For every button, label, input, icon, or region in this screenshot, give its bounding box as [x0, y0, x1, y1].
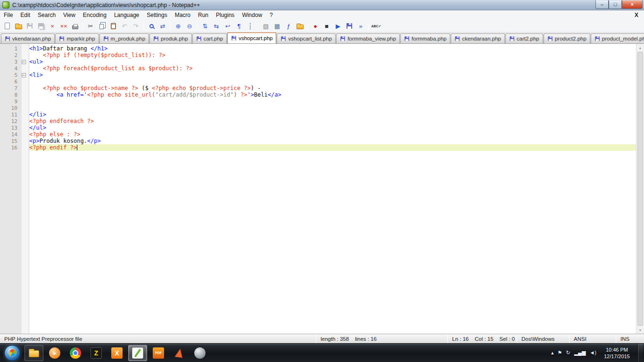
tab-ckendaraan-php[interactable]: ckendaraan.php — [451, 33, 504, 43]
tab-cart2-php[interactable]: cart2.php — [505, 33, 543, 43]
sync-vertical-button[interactable]: ⇅ — [200, 21, 210, 31]
tab-produk-php[interactable]: produk.php — [149, 33, 192, 43]
new-file-button[interactable] — [2, 21, 12, 31]
gutter-row: 1 — [0, 45, 29, 52]
close-file-button[interactable]: × — [47, 21, 58, 31]
taskbar-media-player[interactable]: ▸ — [45, 345, 64, 361]
menu-run[interactable]: Run — [194, 11, 212, 19]
save-all-button[interactable] — [36, 21, 46, 31]
clock[interactable]: 10:46 PM 12/17/2015 — [600, 346, 634, 360]
code-token: ) - — [251, 85, 261, 91]
spell-check-button[interactable]: ABC✓ — [371, 21, 381, 31]
document-map-button[interactable]: ▦ — [272, 21, 282, 31]
menu-search[interactable]: Search — [34, 11, 59, 19]
taskbar-windows-explorer[interactable] — [25, 345, 43, 361]
save-file-button[interactable] — [25, 21, 35, 31]
tab-cart-php[interactable]: cart.php — [192, 33, 227, 43]
menu-window[interactable]: Window — [238, 11, 266, 19]
fold-marker[interactable]: − — [22, 73, 26, 77]
tab-vkendaraan-php[interactable]: vkendaraan.php — [1, 33, 55, 43]
tab-product2-php[interactable]: product2.php — [544, 33, 590, 43]
folder-as-workspace-button[interactable] — [295, 21, 305, 31]
tab-formmaba-php[interactable]: formmaba.php — [400, 33, 450, 43]
taskbar-dev-tool[interactable] — [190, 345, 209, 361]
taskbar-google-chrome[interactable] — [66, 345, 85, 361]
xampp-control-icon: X — [111, 347, 123, 359]
menu-settings[interactable]: Settings — [143, 11, 171, 19]
stop-macro-button[interactable]: ■ — [322, 21, 332, 31]
cut-button[interactable]: ✂ — [85, 21, 96, 31]
record-macro-button[interactable]: ● — [310, 21, 321, 31]
tab-formmaba_view-php[interactable]: formmaba_view.php — [336, 33, 400, 43]
new-file-icon — [5, 23, 10, 29]
close-document-x[interactable]: X — [629, 12, 644, 18]
scroll-up-arrow-icon[interactable]: ▲ — [636, 44, 644, 51]
scrollbar-thumb[interactable] — [637, 52, 643, 326]
define-language-button[interactable]: ▧ — [261, 21, 271, 31]
volume-icon[interactable]: ◄) — [589, 350, 596, 355]
tab-vshopcart-php[interactable]: vshopcart.php — [227, 33, 276, 43]
zoom-out-button[interactable]: ⊖ — [184, 21, 195, 31]
print-button[interactable] — [70, 21, 80, 31]
vertical-scrollbar[interactable]: ▲ ▼ — [636, 44, 644, 334]
taskbar-pdf-creator[interactable]: PDF — [149, 345, 168, 361]
network-icon[interactable]: ▂▄▆ — [574, 350, 586, 355]
taskbar-matlab[interactable] — [170, 345, 189, 361]
line-number: 6 — [0, 79, 20, 85]
taskbar-xampp-control[interactable]: X — [107, 345, 126, 361]
tab-m_produk-php[interactable]: m_produk.php — [99, 33, 149, 43]
tray-icons: ▴⚑↻▂▄▆◄) — [551, 350, 596, 355]
sync-horizontal-button[interactable]: ⇆ — [211, 21, 222, 31]
taskbar-notepadpp[interactable] — [128, 345, 147, 361]
close-all-button[interactable]: ×× — [58, 21, 69, 31]
menu-help[interactable]: ? — [266, 11, 277, 19]
menu-plugins[interactable]: Plugins — [212, 11, 238, 19]
menu-edit[interactable]: Edit — [17, 11, 34, 19]
scroll-down-arrow-icon[interactable]: ▼ — [636, 326, 644, 334]
open-file-button[interactable] — [13, 21, 24, 31]
save-macro-button[interactable] — [344, 21, 355, 31]
zoom-in-button[interactable]: ⊕ — [173, 21, 183, 31]
code-token: ) ?> — [234, 91, 248, 98]
show-desktop-button[interactable] — [637, 344, 643, 362]
maximize-button[interactable]: □ — [609, 0, 622, 9]
windows-update-icon[interactable]: ↻ — [566, 350, 570, 355]
tab-label: produk.php — [161, 36, 188, 41]
function-list-button[interactable]: ƒ — [283, 21, 294, 31]
tab-vshopcart_list-php[interactable]: vshopcart_list.php — [277, 33, 336, 43]
status-bar: PHP Hypertext Preprocessor filelength : … — [0, 334, 644, 343]
paste-icon — [111, 23, 116, 29]
menu-encoding[interactable]: Encoding — [79, 11, 110, 19]
paste-button[interactable] — [108, 21, 118, 31]
taskbar-z-app[interactable]: Z — [87, 345, 106, 361]
pdf-creator-glyph: PDF — [155, 351, 162, 354]
undo-button[interactable]: ↶ — [119, 21, 130, 31]
menu-file[interactable]: File — [0, 11, 17, 19]
fold-marker[interactable]: − — [22, 60, 26, 64]
tab-product_model-php[interactable]: product_model.php — [591, 33, 644, 43]
menu-language[interactable]: Language — [110, 11, 143, 19]
saved-file-icon — [5, 36, 10, 41]
minimize-button[interactable]: – — [595, 0, 609, 9]
save-macro-icon — [347, 23, 352, 29]
tab-mparkir-php[interactable]: mparkir.php — [55, 33, 99, 43]
indent-guide-button[interactable]: ┆ — [245, 21, 256, 31]
find-button[interactable] — [146, 21, 157, 31]
code-area[interactable]: <h1>Daftar barang </h1> <?php if (!empty… — [29, 44, 636, 334]
play-macro-button[interactable]: ▶ — [333, 21, 343, 31]
run-macro-multiple-button[interactable]: » — [355, 21, 366, 31]
replace-button[interactable]: ⇄ — [157, 21, 168, 31]
show-all-characters-button[interactable]: ¶ — [234, 21, 244, 31]
code-token: </p> — [87, 138, 101, 144]
close-button[interactable]: × — [622, 0, 643, 9]
menu-macro[interactable]: Macro — [171, 11, 194, 19]
menu-view[interactable]: View — [59, 11, 79, 19]
start-button[interactable] — [4, 345, 20, 361]
copy-button[interactable] — [97, 21, 107, 31]
tab-label: m_produk.php — [111, 36, 146, 41]
action-center-flag-icon[interactable]: ⚑ — [558, 350, 562, 355]
hidden-icons-arrow[interactable]: ▴ — [551, 350, 554, 355]
code-line: </li> — [29, 111, 636, 118]
word-wrap-button[interactable]: ↩ — [223, 21, 233, 31]
redo-button[interactable]: ↷ — [131, 21, 141, 31]
